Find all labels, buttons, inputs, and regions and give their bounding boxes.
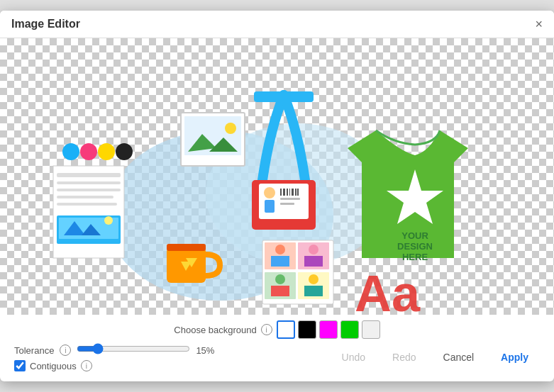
svg-rect-39	[280, 203, 294, 205]
swatch-green[interactable]	[340, 320, 359, 339]
svg-point-51	[309, 274, 318, 284]
contiguous-info-icon[interactable]: i	[81, 360, 92, 371]
action-buttons: Undo Redo Cancel Apply	[331, 347, 540, 367]
undo-button[interactable]: Undo	[331, 347, 377, 367]
svg-point-21	[225, 123, 236, 134]
tolerance-slider-container	[77, 343, 190, 357]
svg-rect-32	[283, 189, 285, 196]
svg-rect-7	[57, 173, 121, 177]
svg-rect-8	[57, 181, 121, 184]
svg-rect-38	[280, 198, 300, 200]
tolerance-slider[interactable]	[77, 343, 190, 354]
svg-point-48	[275, 274, 285, 284]
svg-rect-37	[297, 189, 299, 196]
redo-button[interactable]: Redo	[381, 347, 427, 367]
svg-rect-36	[295, 189, 297, 196]
color-swatches	[277, 320, 380, 339]
svg-rect-6	[53, 166, 124, 258]
image-editor-dialog: Image Editor ×	[0, 11, 554, 381]
svg-rect-10	[57, 196, 113, 198]
illustration-svg: YOUR DESIGN HERE Aa	[0, 38, 554, 315]
swatch-white[interactable]	[277, 320, 295, 339]
contiguous-checkbox[interactable]	[14, 360, 26, 371]
left-controls: Tolerance i 15% Contiguous i	[14, 343, 214, 371]
svg-rect-11	[57, 203, 117, 206]
swatch-black[interactable]	[298, 320, 316, 339]
svg-point-45	[309, 245, 318, 254]
contiguous-label: Contiguous	[30, 361, 77, 371]
svg-point-3	[80, 143, 97, 160]
svg-rect-43	[271, 256, 289, 267]
svg-text:YOUR: YOUR	[401, 230, 428, 241]
swatch-lightgray[interactable]	[362, 320, 380, 339]
svg-point-16	[104, 216, 113, 225]
svg-text:DESIGN: DESIGN	[397, 241, 433, 252]
close-button[interactable]: ×	[535, 18, 543, 30]
svg-text:Aa: Aa	[355, 265, 421, 315]
svg-point-2	[62, 143, 79, 160]
apply-button[interactable]: Apply	[489, 347, 540, 367]
svg-text:HERE: HERE	[402, 252, 428, 262]
svg-rect-35	[292, 189, 294, 196]
svg-rect-49	[271, 286, 289, 296]
tolerance-value: 15%	[196, 345, 214, 356]
svg-rect-52	[304, 286, 323, 296]
svg-point-4	[98, 143, 115, 160]
svg-rect-26	[254, 91, 314, 102]
tolerance-row: Tolerance i 15%	[14, 343, 214, 357]
title-bar: Image Editor ×	[0, 11, 554, 38]
background-info-icon[interactable]: i	[261, 324, 272, 335]
contiguous-row: Contiguous i	[14, 360, 214, 371]
svg-rect-9	[57, 189, 121, 191]
svg-rect-23	[167, 244, 206, 251]
svg-rect-31	[280, 189, 282, 196]
canvas-area[interactable]: YOUR DESIGN HERE Aa	[0, 38, 554, 315]
cancel-button[interactable]: Cancel	[432, 347, 486, 367]
dialog-title: Image Editor	[11, 18, 80, 30]
swatch-magenta[interactable]	[319, 320, 338, 339]
svg-rect-34	[289, 189, 290, 196]
tolerance-label: Tolerance	[14, 345, 54, 356]
tolerance-info-icon[interactable]: i	[60, 345, 71, 356]
svg-point-42	[275, 245, 285, 254]
svg-point-29	[264, 187, 275, 198]
svg-rect-33	[287, 189, 288, 196]
svg-rect-46	[304, 256, 323, 267]
background-label: Choose background	[174, 325, 256, 335]
svg-rect-30	[265, 200, 275, 213]
svg-point-5	[116, 143, 133, 160]
background-row: Choose background i	[14, 320, 540, 339]
controls-section: Choose background i Tolerance i	[0, 315, 554, 381]
